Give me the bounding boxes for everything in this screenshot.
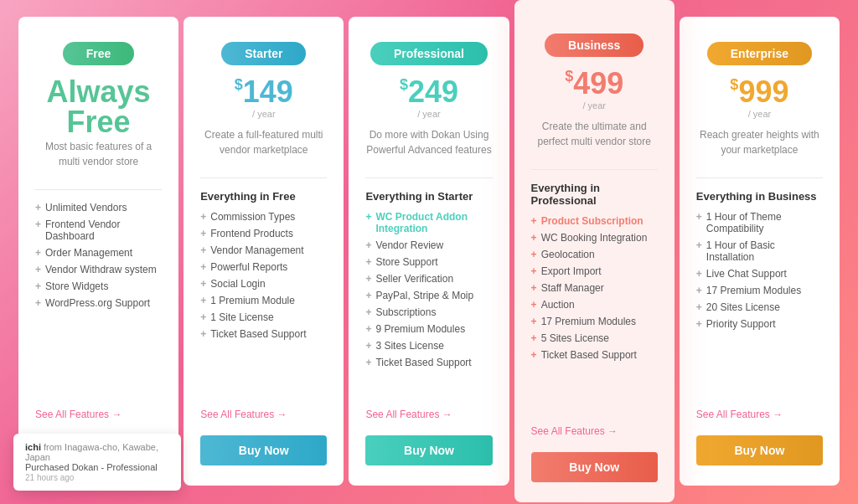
list-item: +1 Hour of Basic Installation <box>696 239 823 263</box>
list-item: +Live Chat Support <box>696 268 823 280</box>
plan-professional-desc: Do more with Dokan Using Powerful Advanc… <box>365 127 492 157</box>
list-item: +WordPress.org Support <box>35 297 162 309</box>
list-item: +Powerful Reports <box>200 261 327 273</box>
list-item: +Ticket Based Support <box>200 328 327 340</box>
list-item: +1 Hour of Theme Compatibility <box>696 211 823 234</box>
plan-starter-features: +Commission Types +Frontend Products +Ve… <box>200 211 327 399</box>
plan-professional-badge: Professional <box>370 42 488 65</box>
list-item: +1 Premium Module <box>200 295 327 306</box>
pricing-table: Free Always Free Most basic features of … <box>18 17 840 502</box>
plan-enterprise-badge: Enterprise <box>707 42 812 65</box>
plan-business-header: Business $499 / year Create the ultimate… <box>531 33 658 161</box>
professional-see-all-link[interactable]: See All Features → <box>365 409 492 420</box>
list-item: +Ticket Based Support <box>531 349 658 361</box>
starter-see-all-link[interactable]: See All Features → <box>200 409 327 420</box>
professional-buy-button[interactable]: Buy Now <box>365 435 492 465</box>
list-item: +Store Support <box>365 256 492 268</box>
list-item: +3 Sites License <box>365 340 492 352</box>
plan-starter-desc: Create a full-featured multi vendor mark… <box>200 127 327 157</box>
plan-enterprise-features: +1 Hour of Theme Compatibility +1 Hour o… <box>696 211 823 399</box>
plan-free-price: Always Free <box>35 77 162 137</box>
plan-enterprise-section-title: Everything in Business <box>696 190 823 203</box>
enterprise-see-all-link[interactable]: See All Features → <box>696 409 823 420</box>
list-item: +Geolocation <box>531 249 658 260</box>
list-item: +Ticket Based Support <box>365 357 492 368</box>
plan-business-features: +Product Subscription +WC Booking Integr… <box>531 215 658 415</box>
plan-starter-section-title: Everything in Free <box>200 190 327 203</box>
plan-starter-period: / year <box>200 109 327 119</box>
notification-name: ichi <box>25 442 41 452</box>
list-item: +Auction <box>531 299 658 311</box>
starter-buy-button[interactable]: Buy Now <box>200 435 327 465</box>
plan-business: Most Popular Business $499 / year Create… <box>514 0 675 502</box>
plan-enterprise: Enterprise $999 / year Reach greater hei… <box>680 17 840 486</box>
notification-action: Purchased Dokan - Professional <box>25 462 158 472</box>
list-item: +1 Site License <box>200 311 327 323</box>
list-item: +Seller Verification <box>365 273 492 285</box>
list-item: +PayPal, Stripe & Moip <box>365 290 492 301</box>
plan-free-price-label: Always Free <box>47 75 151 139</box>
list-item: +9 Premium Modules <box>365 323 492 335</box>
plan-business-period: / year <box>531 100 658 111</box>
list-item: +Vendor Review <box>365 239 492 251</box>
business-buy-button[interactable]: Buy Now <box>531 452 658 482</box>
plan-professional-period: / year <box>365 109 492 119</box>
list-item: +Vendor Management <box>200 244 327 256</box>
enterprise-buy-button[interactable]: Buy Now <box>696 435 823 465</box>
list-item: +Priority Support <box>696 318 823 330</box>
list-item: +Order Management <box>35 247 162 259</box>
list-item: +Commission Types <box>200 211 327 223</box>
plan-starter: Starter $149 / year Create a full-featur… <box>183 17 344 486</box>
plan-professional-price: $249 <box>365 77 492 107</box>
list-item: +17 Premium Modules <box>531 316 658 327</box>
plan-enterprise-header: Enterprise $999 / year Reach greater hei… <box>696 42 823 169</box>
plan-free-header: Free Always Free Most basic features of … <box>35 42 162 181</box>
plan-professional-section-title: Everything in Starter <box>365 190 492 203</box>
plan-professional: Professional $249 / year Do more with Do… <box>349 17 509 486</box>
plan-starter-price: $149 <box>200 77 327 107</box>
notification-location: from Inagawa-cho, Kawabe, Japan <box>25 442 158 462</box>
plan-enterprise-price: $999 <box>696 77 823 107</box>
list-item: +Subscriptions <box>365 306 492 318</box>
list-item: +WC Booking Integration <box>531 232 658 244</box>
plan-starter-header: Starter $149 / year Create a full-featur… <box>200 42 327 169</box>
list-item: +17 Premium Modules <box>696 285 823 296</box>
free-see-all-link[interactable]: See All Features → <box>35 409 162 420</box>
list-item: +WC Product Addon Integration <box>365 211 492 234</box>
plan-enterprise-period: / year <box>696 109 823 119</box>
plan-free: Free Always Free Most basic features of … <box>18 17 178 486</box>
list-item: +5 Sites License <box>531 332 658 344</box>
plan-business-section-title: Everything in Professional <box>531 182 658 207</box>
notification-time: 21 hours ago <box>25 473 74 482</box>
plan-enterprise-desc: Reach greater heights with your marketpl… <box>696 127 823 157</box>
list-item: +Product Subscription <box>531 215 658 227</box>
plan-free-features: +Unlimited Vendors +Frontend Vendor Dash… <box>35 202 162 399</box>
plan-free-desc: Most basic features of a multi vendor st… <box>35 139 162 169</box>
plan-professional-features: +WC Product Addon Integration +Vendor Re… <box>365 211 492 399</box>
plan-business-price: $499 <box>531 69 658 99</box>
list-item: +Frontend Products <box>200 228 327 239</box>
plan-starter-badge: Starter <box>221 42 306 65</box>
plan-free-badge: Free <box>63 42 135 65</box>
list-item: +Unlimited Vendors <box>35 202 162 213</box>
plan-professional-header: Professional $249 / year Do more with Do… <box>365 42 492 169</box>
business-see-all-link[interactable]: See All Features → <box>531 425 658 437</box>
list-item: +Vendor Withdraw system <box>35 264 162 275</box>
list-item: +Store Widgets <box>35 280 162 292</box>
list-item: +20 Sites License <box>696 301 823 313</box>
list-item: +Social Login <box>200 278 327 290</box>
purchase-notification: ichi from Inagawa-cho, Kawabe, Japan Pur… <box>13 434 181 491</box>
plan-business-badge: Business <box>545 33 644 57</box>
list-item: +Frontend Vendor Dashboard <box>35 219 162 242</box>
list-item: +Staff Manager <box>531 282 658 294</box>
list-item: +Export Import <box>531 265 658 277</box>
plan-business-desc: Create the ultimate and perfect multi ve… <box>531 119 658 149</box>
